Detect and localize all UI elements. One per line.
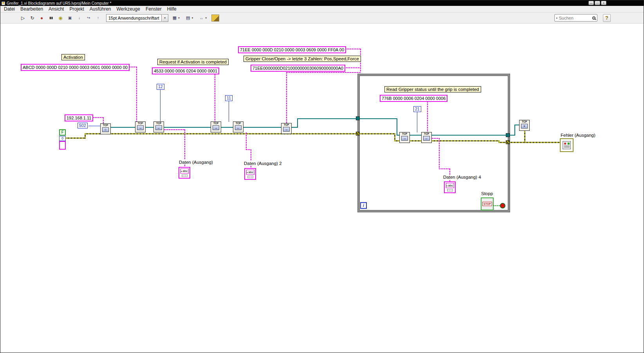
- wire-numeric[interactable]: [88, 126, 100, 126]
- search-box[interactable]: ▸: [554, 14, 597, 22]
- label-daten-ausgang-4[interactable]: Daten (Ausgang) 4: [443, 175, 481, 179]
- free-label-request[interactable]: Request if Activation is completed: [157, 59, 229, 65]
- wire-numeric[interactable]: [229, 101, 229, 122]
- string-indicator-daten-4[interactable]: ▸ abc: [444, 181, 456, 193]
- tcp-read-node-1[interactable]: TCP ←: [153, 121, 164, 132]
- retain-wire-values-button[interactable]: ▣: [65, 14, 74, 22]
- numeric-constant-zero[interactable]: 0: [59, 136, 66, 141]
- numeric-constant-12[interactable]: 12: [157, 84, 164, 90]
- wire-numeric[interactable]: [160, 90, 161, 122]
- menu-projekt[interactable]: Projekt: [67, 6, 87, 12]
- step-into-button[interactable]: ↓: [75, 14, 84, 22]
- numeric-constant-21[interactable]: 21: [413, 106, 421, 112]
- run-button[interactable]: ▷: [18, 14, 27, 22]
- tcp-close-connection-node[interactable]: TCP ×: [519, 120, 530, 131]
- wire-error-cluster[interactable]: [410, 140, 421, 141]
- free-label-activation[interactable]: Activation: [61, 54, 85, 60]
- wire-string[interactable]: [439, 168, 450, 169]
- menu-ausfuehren[interactable]: Ausführen: [87, 6, 114, 12]
- numeric-constant-port[interactable]: 502: [78, 123, 88, 129]
- wire-string[interactable]: [246, 132, 247, 150]
- string-constant-gripper-cmd-2[interactable]: 71EE0000000D02100000000306090000000A0: [251, 65, 345, 72]
- wire-error-cluster[interactable]: [432, 140, 499, 141]
- string-constant-status-cmd[interactable]: 776B 0000 0006 0204 0000 0006: [380, 95, 447, 102]
- search-input[interactable]: [559, 16, 591, 20]
- run-continuous-button[interactable]: ↻: [28, 14, 37, 22]
- tcp-write-node-2[interactable]: TCP →: [211, 121, 221, 132]
- distribute-objects-dropdown[interactable]: ▤ ▼: [184, 14, 195, 22]
- loop-tunnel-error-out[interactable]: [506, 140, 510, 144]
- string-constant-ip-address[interactable]: 192.168.1.11: [65, 114, 93, 121]
- tcp-open-connection-node[interactable]: TCP ○: [100, 123, 111, 134]
- resize-objects-dropdown[interactable]: ⇔ ▼: [198, 14, 209, 22]
- wire-string[interactable]: [164, 129, 185, 130]
- wire-tcp-refnum[interactable]: [397, 118, 397, 136]
- wire-tcp-refnum[interactable]: [221, 127, 233, 128]
- label-daten-ausgang-2[interactable]: Daten (Ausgang) 2: [244, 161, 282, 166]
- wire-string[interactable]: [286, 72, 361, 73]
- font-selector-dropdown[interactable]: ▼: [162, 14, 168, 22]
- wire-string[interactable]: [215, 74, 215, 122]
- numeric-constant-11[interactable]: 11: [225, 95, 233, 101]
- menu-werkzeuge[interactable]: Werkzeuge: [114, 6, 143, 12]
- menu-bearbeiten[interactable]: Bearbeiten: [18, 6, 46, 12]
- step-out-button[interactable]: ↑: [94, 14, 103, 22]
- wire-tcp-refnum[interactable]: [432, 135, 507, 136]
- loop-tunnel-refnum-out[interactable]: [506, 133, 510, 137]
- wire-error-cluster[interactable]: [524, 131, 525, 143]
- string-constant-empty[interactable]: [59, 141, 66, 150]
- free-label-read-status[interactable]: Read Gripper status until the grip is co…: [384, 86, 481, 92]
- error-out-indicator[interactable]: [560, 138, 574, 152]
- wire-tcp-refnum[interactable]: [297, 118, 397, 119]
- tcp-write-node-1[interactable]: TCP →: [135, 121, 146, 132]
- close-button[interactable]: ×: [601, 1, 606, 5]
- menu-datei[interactable]: Datei: [1, 6, 18, 12]
- wire-tcp-refnum[interactable]: [410, 135, 421, 136]
- wire-string[interactable]: [103, 117, 104, 124]
- wire-tcp-refnum[interactable]: [164, 127, 211, 128]
- menu-hilfe[interactable]: Hilfe: [164, 6, 179, 12]
- loop-tunnel-error-in[interactable]: [356, 132, 360, 136]
- wire-string[interactable]: [432, 138, 440, 139]
- tcp-write-node-3[interactable]: TCP →: [281, 123, 292, 134]
- pause-button[interactable]: ▮▮: [47, 14, 56, 22]
- label-stopp[interactable]: Stopp: [481, 191, 493, 196]
- menu-ansicht[interactable]: Ansicht: [46, 6, 67, 12]
- tcp-read-node-2[interactable]: TCP ←: [233, 121, 244, 132]
- wire-tcp-refnum[interactable]: [244, 127, 281, 128]
- wire-error-cluster[interactable]: [66, 138, 85, 139]
- tcp-read-node-3[interactable]: TCP ←: [421, 132, 432, 143]
- wire-tcp-refnum[interactable]: [514, 125, 519, 125]
- menu-fenster[interactable]: Fenster: [143, 6, 164, 12]
- highlight-execution-button[interactable]: ◉: [56, 14, 65, 22]
- wire-string[interactable]: [427, 101, 428, 132]
- wire-error-cluster[interactable]: [85, 133, 359, 134]
- string-constant-activation-cmd[interactable]: ABCD 0000 000D 0210 0000 0003 0601 0000 …: [21, 64, 130, 71]
- tcp-write-node-4[interactable]: TCP →: [399, 132, 410, 143]
- wire-numeric[interactable]: [417, 112, 417, 132]
- minimize-button[interactable]: —: [588, 1, 594, 5]
- cleanup-diagram-icon[interactable]: [211, 14, 219, 22]
- wire-tcp-refnum[interactable]: [514, 125, 515, 136]
- boolean-constant-false[interactable]: F: [59, 129, 66, 136]
- wire-string[interactable]: [136, 67, 137, 122]
- wire-string[interactable]: [286, 72, 287, 123]
- font-selector[interactable]: 15pt Anwendungsschriftart: [106, 14, 162, 22]
- wire-tcp-refnum[interactable]: [297, 118, 298, 128]
- wire-error-cluster[interactable]: [360, 133, 395, 134]
- loop-condition-terminal[interactable]: [500, 203, 505, 208]
- abort-button[interactable]: ●: [37, 14, 46, 22]
- label-daten-ausgang-1[interactable]: Daten (Ausgang): [179, 160, 213, 165]
- label-fehler-ausgang[interactable]: Fehler (Ausgang): [561, 133, 595, 138]
- loop-tunnel-refnum-in[interactable]: [356, 116, 360, 120]
- wire-tcp-refnum[interactable]: [111, 127, 135, 128]
- wire-error-cluster[interactable]: [509, 142, 561, 143]
- string-constant-gripper-cmd-1[interactable]: 71EE 0000 000D 0210 0000 0003 0609 0000 …: [238, 46, 346, 53]
- stop-button[interactable]: STOP: [481, 197, 494, 210]
- string-indicator-daten-1[interactable]: ▸ abc: [179, 167, 190, 179]
- wire-string[interactable]: [439, 138, 440, 169]
- help-button[interactable]: ?: [603, 14, 611, 22]
- string-indicator-daten-2[interactable]: ▸ abc: [244, 168, 256, 180]
- free-label-gripper[interactable]: Gripper Close/Open -> letzte 3 Zahlen: P…: [244, 56, 361, 62]
- align-objects-dropdown[interactable]: ▦ ▼: [171, 14, 182, 22]
